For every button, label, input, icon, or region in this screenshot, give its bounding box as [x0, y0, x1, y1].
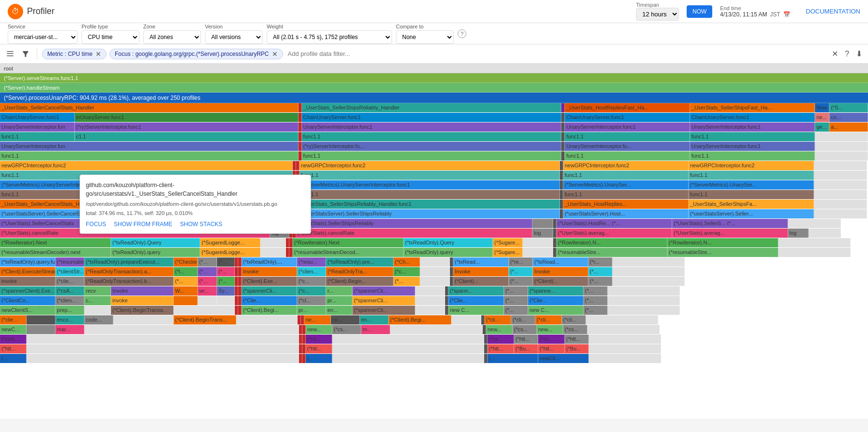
readonly-trans-b[interactable]: (*ReadOnlyTransaction).b...	[84, 277, 174, 286]
grey10[interactable]	[788, 219, 841, 228]
small-purple[interactable]: (*...	[198, 267, 217, 276]
tiny2[interactable]	[561, 122, 565, 132]
invoke-seg4[interactable]: (*Client).BeginTransa...	[111, 306, 174, 315]
client-beg-mid[interactable]: (*Client).Begi...	[389, 315, 451, 324]
small-bar-2[interactable]	[561, 103, 565, 112]
m-mid[interactable]: m...	[361, 325, 390, 334]
unary-interceptor-full[interactable]: UnaryServerInterceptor.fun	[0, 142, 298, 151]
small-pink2[interactable]: (*...	[198, 277, 217, 286]
csa-l[interactable]: (*csA...	[0, 335, 27, 344]
blank12[interactable]	[84, 306, 111, 315]
flame-graph-wrapper[interactable]: root (*Server).serveStreams.func1.1 (*Se…	[0, 64, 868, 418]
sb26b[interactable]	[302, 344, 306, 353]
cs-mid[interactable]: (*cs...	[332, 325, 361, 334]
bu-r1[interactable]: (*Bu...	[514, 344, 538, 353]
blank13[interactable]	[174, 306, 235, 315]
help-filter-button[interactable]: ?	[843, 48, 851, 60]
sb4[interactable]	[298, 132, 302, 141]
clien-small2[interactable]: (*clien...	[55, 296, 84, 305]
bottom-r2[interactable]: newCli...	[538, 354, 589, 363]
cl-lr2[interactable]: (*...	[588, 277, 612, 286]
func11c-mid[interactable]: func1.1	[299, 171, 560, 180]
re-r2[interactable]: (*r...	[588, 257, 612, 267]
cl-lr1[interactable]: (*...	[509, 277, 533, 286]
readonly-tra-mid[interactable]: (*ReadOnlyTra...	[326, 267, 393, 276]
now-button[interactable]: NOW	[687, 5, 712, 18]
sb3[interactable]	[298, 122, 302, 132]
tiny26[interactable]	[484, 354, 488, 363]
func11-right2[interactable]: func1.1	[690, 132, 815, 141]
ne-mid[interactable]: ne...	[304, 315, 331, 324]
invoke-lower-r1[interactable]: (*Client)...	[453, 277, 509, 286]
log-seg2[interactable]: log	[532, 229, 553, 238]
metric-chip-close[interactable]: ✕	[95, 50, 102, 58]
sb16[interactable]	[286, 248, 289, 257]
tiny12[interactable]	[553, 219, 556, 228]
host-server[interactable]: (*userStatsServer).Host...	[563, 209, 689, 218]
csa-r1[interactable]: (*cs...	[488, 335, 514, 344]
invoke-mid3[interactable]: (*spannerCli...	[353, 296, 415, 305]
sb23[interactable]	[298, 315, 301, 324]
tx-query-mid[interactable]: (*txReadOnly).query	[404, 248, 493, 257]
user-stats-seller-ships-fast-handler[interactable]: _UserStats_SellerShipsFast_Ha...	[690, 103, 815, 112]
invoke-mid[interactable]: Invoke	[242, 267, 297, 276]
tx-func2-left[interactable]: (*txReadOnly).query.func2	[0, 257, 55, 267]
seller-cancel-stats-handler[interactable]: _UserStats_SellerCancelStats_Handler	[0, 103, 298, 112]
resumable-mid[interactable]: (*resumableStreamDecod...	[293, 248, 404, 257]
service-select[interactable]: mercari-user-st...	[8, 30, 78, 44]
zone-select[interactable]: All zones	[143, 30, 201, 44]
grey18[interactable]	[608, 296, 680, 305]
focus-chip-close[interactable]: ✕	[271, 50, 279, 58]
grey5[interactable]	[814, 171, 867, 180]
tooltip-focus-action[interactable]: FOCUS	[86, 221, 106, 228]
blank15[interactable]	[27, 315, 55, 324]
checked-seg2[interactable]: (*l...	[174, 267, 198, 276]
func11d-r2[interactable]: func1.1	[689, 190, 814, 199]
func11c-r1[interactable]: func1.1	[563, 171, 689, 180]
recv-seg[interactable]: recv	[84, 286, 111, 296]
grpc-interceptor-left[interactable]: newGRPCInterceptor.func2	[0, 161, 293, 170]
metric-chip[interactable]: Metric : CPU time ✕	[42, 49, 107, 59]
grey7[interactable]	[814, 190, 867, 199]
tx-r1[interactable]: (*txRead...	[453, 257, 509, 267]
sb15[interactable]	[286, 238, 289, 247]
htt-r1[interactable]: (*htt...	[514, 335, 538, 344]
cc-r1b[interactable]: (*...	[504, 296, 528, 305]
server-metrics-r2[interactable]: (*ServerMetrics).UnarySer...	[689, 180, 814, 189]
tooltip-show-stacks-action[interactable]: SHOW STACKS	[180, 221, 222, 228]
server-metrics-r1[interactable]: (*ServerMetrics).UnarySer...	[563, 180, 689, 189]
sb24b[interactable]	[302, 325, 306, 334]
sb27[interactable]	[299, 354, 302, 363]
newc-r2[interactable]: new...	[537, 325, 563, 334]
in-unary-server[interactable]: inUnaryServer.func1	[75, 113, 298, 122]
sb20b[interactable]	[238, 286, 242, 296]
resumable-small[interactable]: (*resumable...	[55, 257, 84, 267]
bottom-r1[interactable]: (...	[488, 354, 538, 363]
ne-seg[interactable]: ne...	[815, 113, 829, 122]
profile-type-select[interactable]: CPU time Heap Threads	[81, 30, 139, 44]
sb27b[interactable]	[302, 354, 306, 363]
tiny9[interactable]	[560, 190, 563, 199]
tiny5[interactable]	[561, 151, 565, 161]
clie-r2[interactable]: (*cli...	[535, 315, 562, 324]
func11c-r2[interactable]: func1.1	[689, 171, 814, 180]
avera-right2[interactable]: (*UserStats).averag...	[672, 229, 788, 238]
invoke-r1[interactable]: Invoke	[453, 267, 509, 276]
func11b-left[interactable]: func1.1	[0, 151, 298, 161]
chain-unary-left[interactable]: ChainUnaryServer.func1	[0, 113, 75, 122]
invoke-left[interactable]: (*Client).ExecuteStreami...	[0, 267, 55, 276]
new-cb2[interactable]: (*...	[583, 306, 608, 315]
grpc-interceptor-r2[interactable]: newGRPCInterceptor.func2	[689, 161, 814, 170]
newc-l[interactable]: newC...	[0, 325, 27, 334]
chain-unary-right2[interactable]: ChainUnaryServer.func1	[690, 113, 815, 122]
new-c2[interactable]: new C...	[528, 306, 583, 315]
csa-left[interactable]: (*csA...	[55, 286, 84, 296]
a-seg[interactable]: a...	[829, 122, 868, 132]
pr-mid[interactable]: pr...	[326, 296, 353, 305]
sb7[interactable]	[293, 161, 296, 170]
func11b-r1[interactable]: func1.1	[565, 151, 690, 161]
sb18b[interactable]	[238, 267, 242, 276]
user-stats-host-replies-handler[interactable]: _UserStats_HostRepliesFast_Ha...	[565, 103, 690, 112]
grpc-interceptor-mid[interactable]: newGRPCInterceptor.func2	[299, 161, 560, 170]
now-label[interactable]: Now	[815, 103, 829, 112]
